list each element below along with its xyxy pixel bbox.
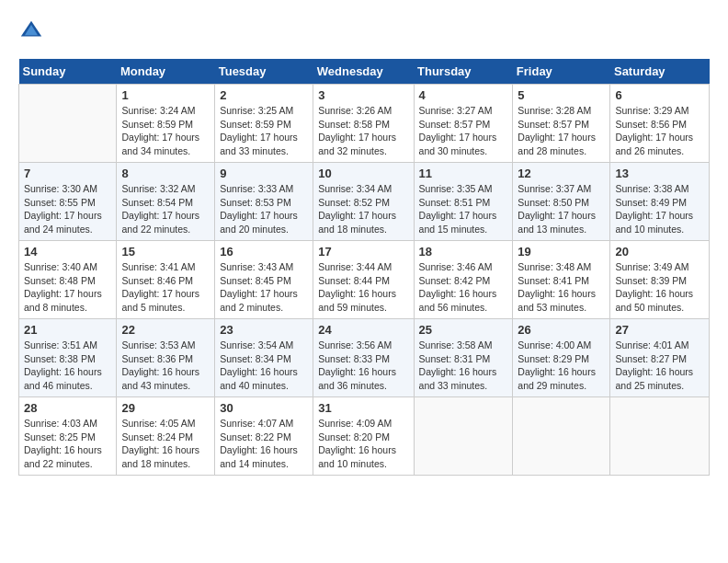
day-number: 9 [220, 167, 308, 180]
day-number: 2 [220, 88, 308, 102]
day-number: 6 [615, 88, 704, 102]
column-header-friday: Friday [513, 59, 610, 85]
day-info: Sunrise: 3:48 AM Sunset: 8:41 PM Dayligh… [518, 260, 605, 315]
column-header-thursday: Thursday [414, 59, 513, 85]
day-number: 29 [121, 401, 210, 415]
day-info: Sunrise: 3:24 AM Sunset: 8:59 PM Dayligh… [121, 104, 210, 158]
day-info: Sunrise: 4:03 AM Sunset: 8:25 PM Dayligh… [24, 417, 111, 471]
day-number: 21 [24, 323, 111, 337]
day-number: 15 [121, 245, 210, 259]
day-info: Sunrise: 3:41 AM Sunset: 8:46 PM Dayligh… [121, 260, 210, 315]
day-number: 26 [518, 323, 605, 337]
day-info: Sunrise: 3:29 AM Sunset: 8:56 PM Dayligh… [615, 104, 704, 158]
calendar-cell: 3Sunrise: 3:26 AM Sunset: 8:58 PM Daylig… [313, 85, 414, 163]
day-info: Sunrise: 3:34 AM Sunset: 8:52 PM Dayligh… [318, 182, 408, 236]
day-number: 5 [518, 88, 605, 102]
calendar-cell: 9Sunrise: 3:33 AM Sunset: 8:53 PM Daylig… [215, 163, 313, 241]
day-number: 27 [615, 323, 704, 337]
calendar-cell: 22Sunrise: 3:53 AM Sunset: 8:36 PM Dayli… [117, 319, 215, 397]
day-number: 14 [24, 245, 111, 259]
column-header-saturday: Saturday [610, 59, 710, 85]
calendar-cell: 19Sunrise: 3:48 AM Sunset: 8:41 PM Dayli… [513, 241, 610, 319]
calendar-cell: 20Sunrise: 3:49 AM Sunset: 8:39 PM Dayli… [610, 241, 710, 319]
day-info: Sunrise: 3:54 AM Sunset: 8:34 PM Dayligh… [220, 339, 308, 393]
day-number: 31 [318, 401, 408, 415]
logo-icon [18, 18, 44, 44]
calendar-cell: 4Sunrise: 3:27 AM Sunset: 8:57 PM Daylig… [414, 85, 513, 163]
day-info: Sunrise: 4:09 AM Sunset: 8:20 PM Dayligh… [318, 417, 408, 471]
calendar-cell: 8Sunrise: 3:32 AM Sunset: 8:54 PM Daylig… [117, 163, 215, 241]
day-info: Sunrise: 3:58 AM Sunset: 8:31 PM Dayligh… [419, 339, 508, 393]
calendar-cell: 26Sunrise: 4:00 AM Sunset: 8:29 PM Dayli… [513, 319, 610, 397]
calendar-week-row: 28Sunrise: 4:03 AM Sunset: 8:25 PM Dayli… [19, 397, 710, 476]
calendar-week-row: 7Sunrise: 3:30 AM Sunset: 8:55 PM Daylig… [19, 163, 710, 241]
calendar-cell: 11Sunrise: 3:35 AM Sunset: 8:51 PM Dayli… [414, 163, 513, 241]
calendar-cell: 16Sunrise: 3:43 AM Sunset: 8:45 PM Dayli… [215, 241, 313, 319]
day-number: 3 [318, 88, 408, 102]
day-number: 19 [518, 245, 605, 259]
calendar-cell: 21Sunrise: 3:51 AM Sunset: 8:38 PM Dayli… [19, 319, 117, 397]
calendar-cell: 23Sunrise: 3:54 AM Sunset: 8:34 PM Dayli… [215, 319, 313, 397]
day-info: Sunrise: 4:05 AM Sunset: 8:24 PM Dayligh… [121, 417, 210, 471]
day-number: 17 [318, 245, 408, 259]
calendar-cell [513, 397, 610, 476]
day-info: Sunrise: 3:35 AM Sunset: 8:51 PM Dayligh… [419, 182, 508, 236]
calendar-cell: 7Sunrise: 3:30 AM Sunset: 8:55 PM Daylig… [19, 163, 117, 241]
calendar-cell: 1Sunrise: 3:24 AM Sunset: 8:59 PM Daylig… [117, 85, 215, 163]
day-info: Sunrise: 4:00 AM Sunset: 8:29 PM Dayligh… [518, 339, 605, 393]
day-info: Sunrise: 3:33 AM Sunset: 8:53 PM Dayligh… [220, 182, 308, 236]
column-header-monday: Monday [117, 59, 215, 85]
calendar-cell: 2Sunrise: 3:25 AM Sunset: 8:59 PM Daylig… [215, 85, 313, 163]
day-number: 18 [419, 245, 508, 259]
day-number: 12 [518, 167, 605, 180]
calendar-cell: 31Sunrise: 4:09 AM Sunset: 8:20 PM Dayli… [313, 397, 414, 476]
day-info: Sunrise: 3:28 AM Sunset: 8:57 PM Dayligh… [518, 104, 605, 158]
day-info: Sunrise: 3:32 AM Sunset: 8:54 PM Dayligh… [121, 182, 210, 236]
calendar-cell: 13Sunrise: 3:38 AM Sunset: 8:49 PM Dayli… [610, 163, 710, 241]
day-number: 25 [419, 323, 508, 337]
calendar-table: SundayMondayTuesdayWednesdayThursdayFrid… [18, 59, 710, 476]
day-info: Sunrise: 4:01 AM Sunset: 8:27 PM Dayligh… [615, 339, 704, 393]
day-number: 24 [318, 323, 408, 337]
calendar-cell [610, 397, 710, 476]
day-info: Sunrise: 3:56 AM Sunset: 8:33 PM Dayligh… [318, 339, 408, 393]
day-number: 30 [220, 401, 308, 415]
calendar-cell: 15Sunrise: 3:41 AM Sunset: 8:46 PM Dayli… [117, 241, 215, 319]
day-number: 10 [318, 167, 408, 180]
day-info: Sunrise: 3:44 AM Sunset: 8:44 PM Dayligh… [318, 260, 408, 315]
day-info: Sunrise: 3:49 AM Sunset: 8:39 PM Dayligh… [615, 260, 704, 315]
day-number: 23 [220, 323, 308, 337]
day-info: Sunrise: 3:26 AM Sunset: 8:58 PM Dayligh… [318, 104, 408, 158]
day-info: Sunrise: 3:46 AM Sunset: 8:42 PM Dayligh… [419, 260, 508, 315]
day-info: Sunrise: 3:25 AM Sunset: 8:59 PM Dayligh… [220, 104, 308, 158]
day-number: 8 [121, 167, 210, 180]
calendar-cell: 25Sunrise: 3:58 AM Sunset: 8:31 PM Dayli… [414, 319, 513, 397]
calendar-cell: 30Sunrise: 4:07 AM Sunset: 8:22 PM Dayli… [215, 397, 313, 476]
day-number: 11 [419, 167, 508, 180]
calendar-cell: 18Sunrise: 3:46 AM Sunset: 8:42 PM Dayli… [414, 241, 513, 319]
calendar-week-row: 21Sunrise: 3:51 AM Sunset: 8:38 PM Dayli… [19, 319, 710, 397]
calendar-cell [414, 397, 513, 476]
calendar-cell: 14Sunrise: 3:40 AM Sunset: 8:48 PM Dayli… [19, 241, 117, 319]
day-info: Sunrise: 3:40 AM Sunset: 8:48 PM Dayligh… [24, 260, 111, 315]
calendar-cell: 5Sunrise: 3:28 AM Sunset: 8:57 PM Daylig… [513, 85, 610, 163]
day-number: 16 [220, 245, 308, 259]
day-number: 28 [24, 401, 111, 415]
day-info: Sunrise: 3:30 AM Sunset: 8:55 PM Dayligh… [24, 182, 111, 236]
day-info: Sunrise: 4:07 AM Sunset: 8:22 PM Dayligh… [220, 417, 308, 471]
day-number: 22 [121, 323, 210, 337]
calendar-cell: 12Sunrise: 3:37 AM Sunset: 8:50 PM Dayli… [513, 163, 610, 241]
day-number: 13 [615, 167, 704, 180]
day-info: Sunrise: 3:43 AM Sunset: 8:45 PM Dayligh… [220, 260, 308, 315]
day-number: 1 [121, 88, 210, 102]
calendar-cell: 29Sunrise: 4:05 AM Sunset: 8:24 PM Dayli… [117, 397, 215, 476]
calendar-cell: 17Sunrise: 3:44 AM Sunset: 8:44 PM Dayli… [313, 241, 414, 319]
day-info: Sunrise: 3:38 AM Sunset: 8:49 PM Dayligh… [615, 182, 704, 236]
page-header [18, 18, 710, 44]
calendar-cell [19, 85, 117, 163]
calendar-week-row: 1Sunrise: 3:24 AM Sunset: 8:59 PM Daylig… [19, 85, 710, 163]
day-info: Sunrise: 3:53 AM Sunset: 8:36 PM Dayligh… [121, 339, 210, 393]
day-number: 4 [419, 88, 508, 102]
calendar-cell: 28Sunrise: 4:03 AM Sunset: 8:25 PM Dayli… [19, 397, 117, 476]
calendar-cell: 6Sunrise: 3:29 AM Sunset: 8:56 PM Daylig… [610, 85, 710, 163]
